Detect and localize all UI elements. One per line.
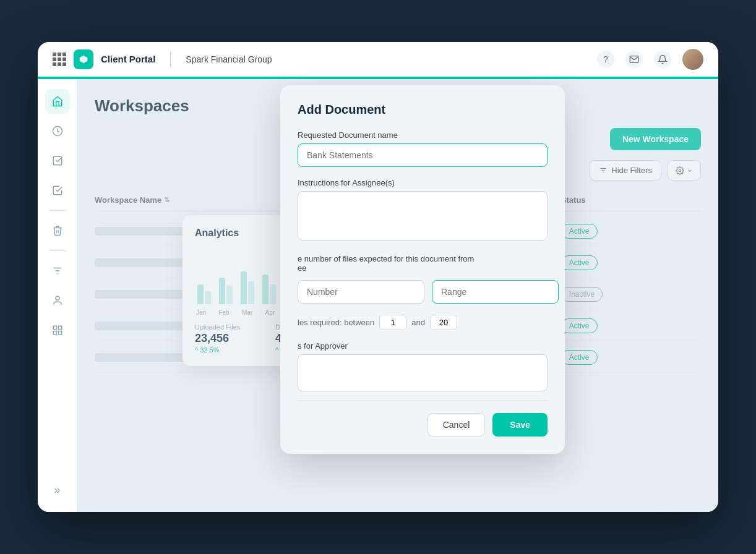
grid-menu-icon[interactable] (53, 53, 66, 66)
help-icon[interactable]: ? (597, 51, 614, 68)
number-section-text: e number of files expected for this docu… (298, 254, 548, 273)
header-right: ? (597, 49, 703, 70)
sidebar-divider-2 (48, 250, 67, 251)
modal-title: Add Document (298, 103, 548, 117)
sidebar-item-trash[interactable] (45, 218, 70, 243)
inbox-icon[interactable] (625, 51, 643, 68)
sidebar-collapse-btn[interactable]: » (45, 477, 70, 502)
add-document-modal: Add Document Requested Document name Ins… (280, 85, 565, 454)
org-name: Spark Financial Group (186, 54, 272, 64)
svg-rect-6 (53, 326, 56, 329)
top-header: Client Portal Spark Financial Group ? (38, 42, 718, 77)
sidebar-bottom: » (45, 477, 70, 502)
svg-point-5 (56, 296, 59, 300)
sidebar-item-tasks[interactable] (45, 148, 70, 173)
approver-textarea[interactable] (298, 354, 548, 391)
avatar[interactable] (682, 49, 703, 70)
range-input[interactable] (432, 280, 559, 304)
instructions-label: Instructions for Assignee(s) (298, 178, 548, 187)
instructions-textarea[interactable] (298, 191, 548, 241)
sidebar-item-history[interactable] (45, 119, 70, 143)
doc-name-input[interactable] (298, 143, 548, 167)
cancel-button[interactable]: Cancel (427, 413, 486, 437)
approver-label: s for Approver (298, 341, 548, 351)
svg-rect-1 (53, 156, 62, 165)
svg-rect-9 (58, 331, 61, 335)
doc-name-label: Requested Document name (298, 130, 548, 140)
sidebar-divider-1 (48, 210, 67, 211)
logo-icon (74, 49, 93, 69)
sidebar-item-checklist[interactable] (45, 178, 70, 203)
app-name: Client Portal (101, 54, 155, 64)
number-inputs (298, 280, 548, 304)
modal-footer: Cancel Save (298, 400, 548, 437)
range-max-input[interactable] (430, 315, 457, 330)
header-divider (170, 52, 171, 67)
save-button[interactable]: Save (492, 413, 548, 437)
main-layout: » Workspaces New Workspace Hide Filte (38, 79, 718, 512)
sidebar-item-filter[interactable] (45, 258, 70, 283)
sidebar-item-home[interactable] (45, 89, 70, 114)
range-note: les required: between and (298, 315, 548, 330)
range-min-input[interactable] (379, 315, 406, 330)
number-input[interactable] (298, 280, 424, 304)
header-left: Client Portal Spark Financial Group (53, 49, 272, 69)
svg-rect-8 (53, 331, 56, 335)
content-area: Workspaces New Workspace Hide Filters (77, 79, 718, 512)
sidebar: » (38, 79, 77, 512)
svg-rect-7 (58, 326, 61, 329)
sidebar-item-grid[interactable] (45, 318, 70, 343)
sidebar-item-user[interactable] (45, 288, 70, 313)
modal-overlay: Add Document Requested Document name Ins… (77, 79, 718, 512)
bell-icon[interactable] (654, 51, 671, 68)
